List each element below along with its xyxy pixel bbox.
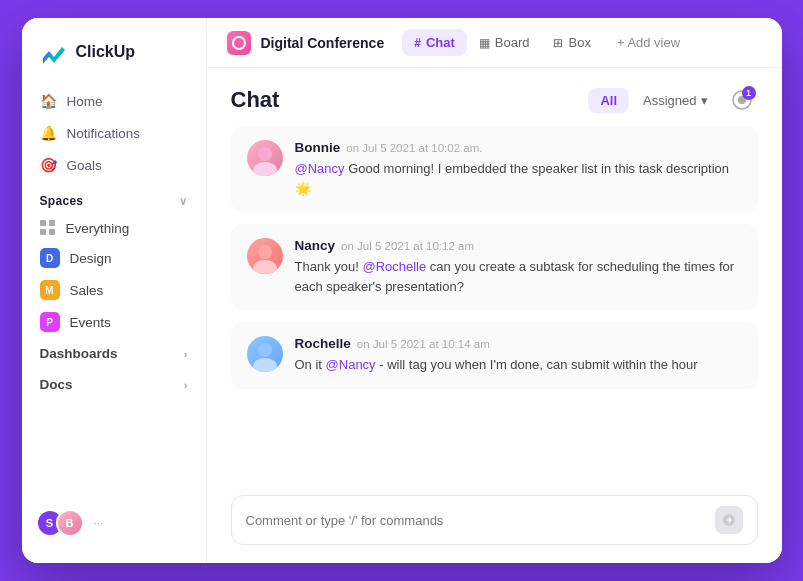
sidebar-item-goals-label: Goals: [67, 158, 102, 173]
avatar-b: B: [56, 509, 84, 537]
sidebar-item-goals[interactable]: 🎯 Goals: [30, 150, 198, 180]
sidebar-footer: S B ···: [22, 499, 206, 547]
project-title: Digital Conference: [261, 35, 385, 51]
sidebar-item-design[interactable]: D Design: [30, 242, 198, 274]
bonnie-avatar-img: [247, 140, 283, 176]
avatar-stack: S B: [36, 509, 84, 537]
logo: ClickUp: [22, 38, 206, 86]
chat-header: Chat All Assigned ▾ 1: [207, 68, 782, 126]
add-view-label: + Add view: [617, 35, 680, 50]
sidebar-item-everything[interactable]: Everything: [30, 214, 198, 242]
docs-label: Docs: [40, 377, 73, 392]
home-icon: 🏠: [40, 93, 57, 109]
sidebar-item-home[interactable]: 🏠 Home: [30, 86, 198, 116]
filter-group: All Assigned ▾: [588, 88, 717, 113]
dropdown-arrow-icon: ▾: [701, 93, 708, 108]
notification-count-badge: 1: [742, 86, 756, 100]
design-badge: D: [40, 248, 60, 268]
message-rochelle-time: on Jul 5 2021 at 10:14 am: [357, 338, 490, 350]
message-nancy: Nancy on Jul 5 2021 at 10:12 am Thank yo…: [231, 224, 758, 310]
add-view-button[interactable]: + Add view: [607, 29, 690, 56]
send-message-button[interactable]: [715, 506, 743, 534]
filter-assigned-label: Assigned: [643, 93, 696, 108]
message-bonnie-text: @Nancy Good morning! I embedded the spea…: [295, 159, 742, 198]
message-rochelle-header: Rochelle on Jul 5 2021 at 10:14 am: [295, 336, 742, 351]
comment-input[interactable]: [246, 513, 705, 528]
svg-point-3: [253, 162, 277, 176]
message-nancy-text: Thank you! @Rochelle can you create a su…: [295, 257, 742, 296]
message-rochelle-text: On it @Nancy - will tag you when I'm don…: [295, 355, 742, 375]
sidebar-item-sales[interactable]: M Sales: [30, 274, 198, 306]
footer-dots: ···: [94, 516, 104, 530]
message-bonnie-author: Bonnie: [295, 140, 341, 155]
sales-label: Sales: [70, 283, 104, 298]
message-bonnie-header: Bonnie on Jul 5 2021 at 10:02 am.: [295, 140, 742, 155]
filter-all-button[interactable]: All: [588, 88, 629, 113]
message-nancy-header: Nancy on Jul 5 2021 at 10:12 am: [295, 238, 742, 253]
avatar-bonnie: [247, 140, 283, 176]
mention-nancy-2: @Nancy: [326, 357, 376, 372]
everything-label: Everything: [66, 221, 130, 236]
tab-board[interactable]: ▦ Board: [467, 29, 542, 56]
avatar-nancy: [247, 238, 283, 274]
tab-chat[interactable]: # Chat: [402, 29, 467, 56]
main-content: Digital Conference # Chat ▦ Board ⊞ Box …: [207, 18, 782, 563]
logo-text: ClickUp: [76, 43, 136, 61]
message-rochelle-body: Rochelle on Jul 5 2021 at 10:14 am On it…: [295, 336, 742, 375]
message-bonnie-body: Bonnie on Jul 5 2021 at 10:02 am. @Nancy…: [295, 140, 742, 198]
sidebar-nav: 🏠 Home 🔔 Notifications 🎯 Goals: [22, 86, 206, 180]
notification-button[interactable]: 1: [726, 84, 758, 116]
messages-area: Bonnie on Jul 5 2021 at 10:02 am. @Nancy…: [207, 126, 782, 483]
tab-chat-label: Chat: [426, 35, 455, 50]
message-nancy-author: Nancy: [295, 238, 336, 253]
comment-box: [231, 495, 758, 545]
svg-point-7: [253, 358, 277, 372]
rochelle-avatar-img: [247, 336, 283, 372]
tab-box-label: Box: [568, 35, 590, 50]
dashboards-label: Dashboards: [40, 346, 118, 361]
events-badge: P: [40, 312, 60, 332]
message-bonnie: Bonnie on Jul 5 2021 at 10:02 am. @Nancy…: [231, 126, 758, 212]
sidebar-item-notifications-label: Notifications: [67, 126, 141, 141]
filter-assigned-button[interactable]: Assigned ▾: [633, 88, 717, 113]
mention-nancy-1: @Nancy: [295, 161, 345, 176]
design-label: Design: [70, 251, 112, 266]
top-bar: Digital Conference # Chat ▦ Board ⊞ Box …: [207, 18, 782, 68]
sidebar-item-notifications[interactable]: 🔔 Notifications: [30, 118, 198, 148]
chat-page-title: Chat: [231, 87, 589, 113]
sidebar-item-home-label: Home: [67, 94, 103, 109]
chat-hash-icon: #: [414, 36, 421, 50]
svg-point-4: [258, 245, 272, 259]
message-rochelle-author: Rochelle: [295, 336, 351, 351]
svg-point-5: [253, 260, 277, 274]
project-badge-inner: [232, 36, 246, 50]
send-icon: [722, 513, 736, 527]
comment-area: [207, 483, 782, 563]
everything-icon: [40, 220, 56, 236]
message-nancy-time: on Jul 5 2021 at 10:12 am: [341, 240, 474, 252]
events-label: Events: [70, 315, 111, 330]
spaces-section-title: Spaces ∨: [22, 180, 206, 214]
nancy-avatar-img: [247, 238, 283, 274]
sidebar-item-dashboards[interactable]: Dashboards ›: [22, 338, 206, 369]
sidebar: ClickUp 🏠 Home 🔔 Notifications 🎯 Goals S…: [22, 18, 207, 563]
spaces-chevron[interactable]: ∨: [179, 195, 187, 208]
sidebar-item-docs[interactable]: Docs ›: [22, 369, 206, 400]
notification-icon: 🔔: [40, 125, 57, 141]
box-icon: ⊞: [553, 36, 563, 50]
clickup-logo-icon: [40, 38, 68, 66]
message-nancy-body: Nancy on Jul 5 2021 at 10:12 am Thank yo…: [295, 238, 742, 296]
message-rochelle: Rochelle on Jul 5 2021 at 10:14 am On it…: [231, 322, 758, 389]
dashboards-chevron: ›: [184, 348, 188, 360]
docs-chevron: ›: [184, 379, 188, 391]
sidebar-item-events[interactable]: P Events: [30, 306, 198, 338]
svg-point-6: [258, 343, 272, 357]
avatar-rochelle: [247, 336, 283, 372]
mention-rochelle: @Rochelle: [362, 259, 426, 274]
goals-icon: 🎯: [40, 157, 57, 173]
message-bonnie-time: on Jul 5 2021 at 10:02 am.: [346, 142, 482, 154]
project-badge: [227, 31, 251, 55]
svg-point-2: [258, 147, 272, 161]
tab-box[interactable]: ⊞ Box: [541, 29, 602, 56]
board-icon: ▦: [479, 36, 490, 50]
